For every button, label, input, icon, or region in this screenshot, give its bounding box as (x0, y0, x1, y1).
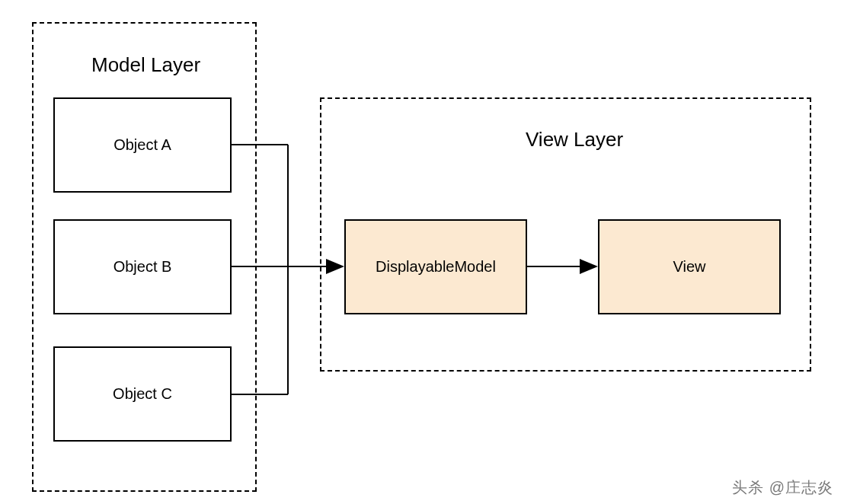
node-view-label: View (673, 258, 706, 276)
watermark: 头杀 @庄志炎 (732, 477, 833, 498)
node-object-c-label: Object C (113, 385, 172, 403)
node-displayable-model: DisplayableModel (344, 219, 527, 314)
node-object-b-label: Object B (113, 258, 172, 276)
node-object-c: Object C (53, 346, 232, 442)
node-object-a-label: Object A (113, 136, 171, 154)
node-view: View (598, 219, 781, 314)
view-layer-title: View Layer (526, 128, 623, 152)
node-object-b: Object B (53, 219, 232, 314)
model-layer-title: Model Layer (91, 53, 200, 77)
node-object-a: Object A (53, 97, 232, 193)
node-displayable-model-label: DisplayableModel (376, 258, 496, 276)
